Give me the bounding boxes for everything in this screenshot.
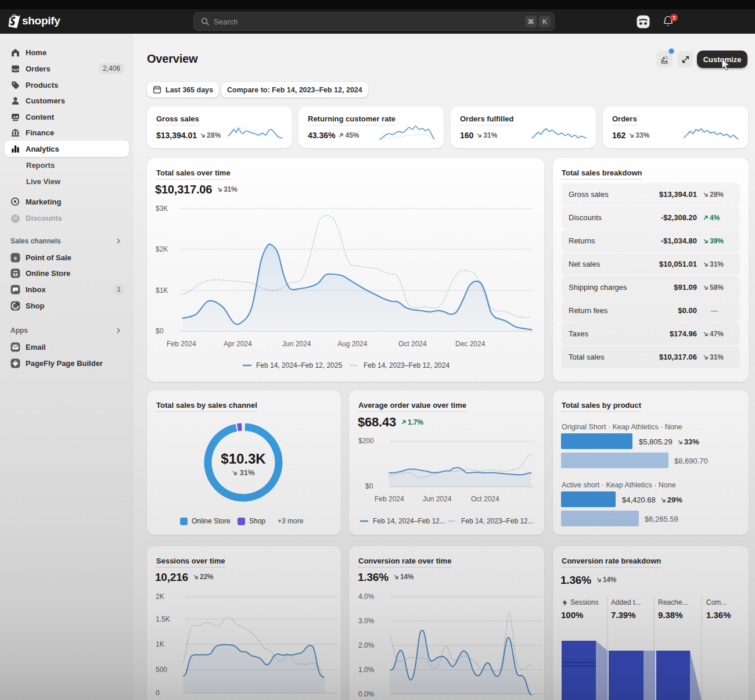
svg-text:s: s	[14, 254, 17, 261]
svg-text:7: 7	[673, 15, 675, 21]
